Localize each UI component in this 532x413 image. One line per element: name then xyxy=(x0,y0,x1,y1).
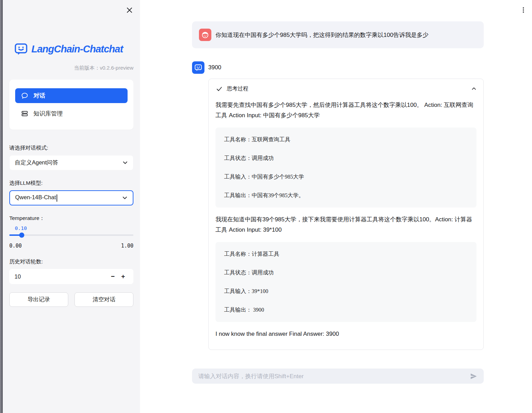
chevron-down-icon xyxy=(122,195,128,201)
nav-item-knowledge-base[interactable]: 知识库管理 xyxy=(15,106,128,121)
tool-line: 工具输入：39*100 xyxy=(224,287,468,296)
app-root: LangChain-Chatchat 当前版本：v0.2.6-preview 对… xyxy=(0,0,532,413)
close-icon xyxy=(126,7,133,13)
chat-bubble-icon xyxy=(21,92,28,99)
thought-paragraph: 我需要先查找中国有多少个985大学，然后使用计算器工具将这个数字乘以100。 A… xyxy=(215,100,476,121)
tool-call-box-1: 工具名称：互联网查询工具 工具状态：调用成功 工具输入：中国有多少个985大学 … xyxy=(215,128,476,208)
tool-line: 工具状态：调用成功 xyxy=(224,268,468,277)
brand-name: LangChain-Chatchat xyxy=(31,43,123,55)
tool-line: 工具状态：调用成功 xyxy=(224,154,468,163)
assistant-body: 3900 思考过程 我需要先查 xyxy=(208,61,484,350)
thought-expander-body: 我需要先查找中国有多少个985大学，然后使用计算器工具将这个数字乘以100。 A… xyxy=(209,97,483,350)
nav-card: 对话 知识库管理 xyxy=(9,80,133,130)
chat-input-placeholder: 请输入对话内容，换行请使用Shift+Enter xyxy=(198,372,470,380)
sidebar: LangChain-Chatchat 当前版本：v0.2.6-preview 对… xyxy=(3,0,140,413)
clear-dialogue-button[interactable]: 清空对话 xyxy=(74,292,133,307)
sidebar-close-button[interactable] xyxy=(124,5,134,15)
dialog-mode-label: 请选择对话模式: xyxy=(9,144,133,152)
chat-input[interactable]: 请输入对话内容，换行请使用Shift+Enter xyxy=(192,369,484,384)
brand-logo-icon xyxy=(14,42,28,56)
window-edge xyxy=(0,0,3,413)
text-cursor xyxy=(57,194,57,202)
assistant-avatar xyxy=(192,61,204,74)
chat-column: 你知道现在中国有多少个985大学吗，把这得到的结果的数字乘以100告诉我是多少 … xyxy=(192,0,484,350)
app-menu-button[interactable] xyxy=(518,5,529,15)
send-button[interactable] xyxy=(470,372,478,380)
slider-track[interactable] xyxy=(9,234,133,236)
slider-max: 1.00 xyxy=(121,243,133,249)
tool-line: 工具名称：互联网查询工具 xyxy=(224,135,468,144)
sidebar-actions: 导出记录 清空对话 xyxy=(9,292,133,307)
temperature-value: 0.10 xyxy=(15,225,133,231)
user-message-text: 你知道现在中国有多少个985大学吗，把这得到的结果的数字乘以100告诉我是多少 xyxy=(215,31,429,39)
slider-thumb[interactable] xyxy=(19,233,24,238)
tool-call-box-2: 工具名称：计算器工具 工具状态：调用成功 工具输入：39*100 工具输出： 3… xyxy=(215,242,476,322)
assistant-answer: 3900 xyxy=(208,61,484,74)
database-stack-icon xyxy=(21,110,28,117)
dialog-mode-select[interactable]: 自定义Agent问答 xyxy=(9,155,133,170)
thought-expander: 思考过程 我需要先查找中国有多少个985大学，然后使用计算器工具将这个数字乘以1… xyxy=(208,79,484,350)
tool-line: 工具输出：中国有39个985大学。 xyxy=(224,191,468,200)
nav-item-label: 知识库管理 xyxy=(33,110,63,118)
tool-line: 工具输入：中国有多少个985大学 xyxy=(224,172,468,181)
user-avatar xyxy=(199,29,211,41)
assistant-message: 3900 思考过程 我需要先查 xyxy=(192,61,484,350)
slider-range: 0.00 1.00 xyxy=(9,243,133,249)
history-rounds-value[interactable]: 10 xyxy=(14,273,108,280)
temperature-slider[interactable] xyxy=(9,232,133,238)
user-face-icon xyxy=(201,31,209,39)
nav-item-label: 对话 xyxy=(33,92,45,100)
brand: LangChain-Chatchat xyxy=(9,42,133,56)
history-decrement-button[interactable]: − xyxy=(108,273,118,280)
main-area: 你知道现在中国有多少个985大学吗，把这得到的结果的数字乘以100告诉我是多少 … xyxy=(140,0,532,413)
llm-model-value: Qwen-14B-Chat xyxy=(15,194,57,201)
thought-expander-header[interactable]: 思考过程 xyxy=(209,79,483,97)
thought-paragraph: 我现在知道中国有39个985大学，接下来我需要使用计算器工具将这个数字乘以100… xyxy=(215,214,476,235)
bot-chat-icon xyxy=(194,63,202,72)
nav-item-dialogue[interactable]: 对话 xyxy=(15,88,128,103)
history-rounds-label: 历史对话轮数: xyxy=(9,258,133,265)
check-icon xyxy=(216,86,222,92)
version-line: 当前版本：v0.2.6-preview xyxy=(9,65,133,71)
send-icon xyxy=(470,372,478,380)
llm-model-label: 选择LLM模型: xyxy=(9,180,133,187)
history-increment-button[interactable]: + xyxy=(118,273,128,280)
dialog-mode-value: 自定义Agent问答 xyxy=(15,159,58,167)
tool-line: 工具输出： 3900 xyxy=(224,305,468,314)
history-rounds-input[interactable]: 10 − + xyxy=(9,269,133,284)
chevron-up-icon[interactable] xyxy=(471,86,476,91)
final-answer-text: I now know the final answer Final Answer… xyxy=(215,329,476,339)
tool-line: 工具名称：计算器工具 xyxy=(224,250,468,259)
chevron-down-icon xyxy=(122,160,128,165)
version-label: 当前版本： xyxy=(74,65,100,71)
version-value: v0.2.6-preview xyxy=(100,65,133,71)
kebab-menu-icon xyxy=(520,7,526,13)
slider-min: 0.00 xyxy=(9,243,22,249)
temperature-label: Temperature： xyxy=(9,215,133,222)
llm-model-select[interactable]: Qwen-14B-Chat xyxy=(9,190,133,205)
export-records-button[interactable]: 导出记录 xyxy=(9,292,68,307)
user-message: 你知道现在中国有多少个985大学吗，把这得到的结果的数字乘以100告诉我是多少 xyxy=(192,21,484,48)
thought-expander-title: 思考过程 xyxy=(227,85,467,92)
